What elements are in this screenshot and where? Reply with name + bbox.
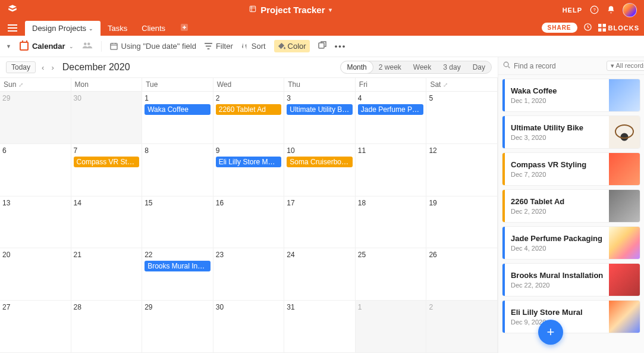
day-number: 19 bbox=[429, 199, 495, 207]
calendar-cell[interactable]: 17 bbox=[284, 196, 356, 249]
calendar-cell[interactable]: 8 bbox=[142, 144, 213, 196]
calendar-cell[interactable]: 28 bbox=[71, 301, 143, 353]
calendar-event[interactable]: Ultimate Utility Bike bbox=[287, 104, 353, 115]
calendar-cell[interactable]: 18 bbox=[356, 196, 427, 249]
notifications-icon[interactable] bbox=[606, 5, 615, 15]
date-field-button[interactable]: Using "Due date" field bbox=[110, 42, 196, 51]
base-title[interactable]: Project Tracker ▾ bbox=[18, 5, 563, 15]
calendar-cell[interactable]: 23 bbox=[213, 248, 285, 301]
svg-rect-9 bbox=[602, 24, 605, 27]
calendar-event[interactable]: Compass VR Styli… bbox=[74, 157, 140, 167]
collaborators-icon[interactable] bbox=[82, 41, 93, 51]
prev-month-icon[interactable]: ‹ bbox=[40, 63, 45, 72]
calendar-cell[interactable]: 24 bbox=[284, 248, 356, 301]
calendar-cell[interactable]: 1 bbox=[356, 301, 427, 353]
calendar-cell[interactable]: 4Jade Perfume Pac… bbox=[356, 92, 427, 144]
topbar-left bbox=[7, 4, 18, 16]
expand-icon[interactable]: ⤢ bbox=[443, 82, 448, 88]
range-option-2-week[interactable]: 2 week bbox=[373, 61, 407, 73]
calendar-cell[interactable]: 21 bbox=[71, 248, 143, 301]
today-button[interactable]: Today bbox=[6, 61, 36, 73]
history-icon[interactable] bbox=[583, 23, 592, 33]
views-expand-icon[interactable]: ▼ bbox=[6, 43, 11, 49]
record-card[interactable]: Brooks Mural InstallationDec 22, 2020 bbox=[502, 263, 640, 296]
day-number: 20 bbox=[2, 251, 68, 259]
color-label: Color bbox=[288, 42, 306, 51]
calendar-cell[interactable]: 31 bbox=[284, 301, 356, 353]
calendar-cell[interactable]: 29 bbox=[0, 92, 71, 144]
calendar-event[interactable]: 2260 Tablet Ad bbox=[216, 104, 282, 115]
record-card[interactable]: 2260 Tablet AdDec 2, 2020 bbox=[502, 189, 640, 223]
range-option-day[interactable]: Day bbox=[467, 61, 491, 73]
calendar-cell[interactable]: 3Ultimate Utility Bike bbox=[284, 92, 356, 144]
next-month-icon[interactable]: › bbox=[50, 63, 55, 72]
calendar-cell[interactable]: 30 bbox=[213, 301, 285, 353]
calendar-cell[interactable]: 11 bbox=[356, 144, 427, 196]
calendar-cell[interactable]: 22Brooks Mural Inst… bbox=[142, 248, 213, 301]
record-body: Brooks Mural InstallationDec 22, 2020 bbox=[505, 264, 609, 296]
calendar-cell[interactable]: 29 bbox=[142, 301, 213, 353]
svg-rect-14 bbox=[110, 43, 117, 49]
day-number: 30 bbox=[74, 94, 140, 102]
calendar-event[interactable]: Waka Coffee bbox=[144, 104, 211, 115]
calendar-cell[interactable]: 12 bbox=[426, 144, 498, 196]
day-number: 15 bbox=[144, 199, 211, 207]
calendar-cell[interactable]: 9Eli Lilly Store Mural bbox=[213, 144, 285, 196]
all-records-dropdown[interactable]: ▾ All records bbox=[607, 61, 644, 71]
calendar-cell[interactable]: 25 bbox=[356, 248, 427, 301]
record-card[interactable]: Compass VR StylingDec 7, 2020 bbox=[502, 152, 640, 186]
calendar-cell[interactable]: 7Compass VR Styli… bbox=[71, 144, 143, 196]
share-view-icon[interactable] bbox=[318, 41, 326, 51]
filter-button[interactable]: Filter bbox=[205, 42, 233, 51]
range-option-3-day[interactable]: 3 day bbox=[437, 61, 466, 73]
calendar-cell[interactable]: 20 bbox=[0, 248, 71, 301]
record-card[interactable]: Eli Lilly Store MuralDec 9, 2020 bbox=[502, 300, 640, 333]
tab-clients[interactable]: Clients bbox=[134, 21, 172, 36]
blocks-button[interactable]: BLOCKS bbox=[598, 24, 639, 32]
chevron-down-icon: ▾ bbox=[329, 7, 332, 13]
sort-button[interactable]: Sort bbox=[241, 42, 266, 51]
add-record-fab[interactable]: + bbox=[538, 320, 563, 345]
airtable-logo-icon[interactable] bbox=[7, 4, 18, 16]
add-table-button[interactable] bbox=[177, 23, 191, 33]
calendar-cell[interactable]: 5 bbox=[426, 92, 498, 144]
calendar-cell[interactable]: 10Soma Cruiserboard bbox=[284, 144, 356, 196]
calendar-cell[interactable]: 26 bbox=[426, 248, 498, 301]
calendar-event[interactable]: Soma Cruiserboard bbox=[287, 157, 353, 167]
calendar-cell[interactable]: 6 bbox=[0, 144, 71, 196]
calendar-event[interactable]: Brooks Mural Inst… bbox=[144, 261, 211, 271]
more-icon[interactable]: ••• bbox=[335, 42, 347, 51]
record-card[interactable]: Jade Perfume PackagingDec 4, 2020 bbox=[502, 226, 640, 260]
calendar-cell[interactable]: 19 bbox=[426, 196, 498, 249]
record-body: Jade Perfume PackagingDec 4, 2020 bbox=[505, 227, 609, 259]
calendar-event[interactable]: Eli Lilly Store Mural bbox=[216, 157, 282, 167]
calendar-cell[interactable]: 15 bbox=[142, 196, 213, 249]
calendar-cell[interactable]: 14 bbox=[71, 196, 143, 249]
color-button[interactable]: Color bbox=[274, 40, 310, 52]
hamburger-icon[interactable] bbox=[5, 21, 20, 35]
calendar-cell[interactable]: 27 bbox=[0, 301, 71, 353]
view-name-group[interactable]: Calendar ⌄ bbox=[20, 42, 74, 51]
help-link[interactable]: HELP bbox=[563, 7, 582, 14]
expand-icon[interactable]: ⤢ bbox=[18, 82, 23, 88]
calendar-cell[interactable]: 1Waka Coffee bbox=[142, 92, 213, 144]
svg-rect-0 bbox=[250, 6, 255, 11]
range-option-month[interactable]: Month bbox=[341, 61, 372, 73]
tab-design-projects[interactable]: Design Projects⌄ bbox=[25, 21, 100, 36]
share-button[interactable]: SHARE bbox=[542, 23, 577, 33]
help-icon[interactable]: ? bbox=[589, 5, 599, 15]
calendar-cell[interactable]: 16 bbox=[213, 196, 285, 249]
tab-tasks[interactable]: Tasks bbox=[100, 21, 134, 36]
record-card[interactable]: Ultimate Utility BikeDec 3, 2020 bbox=[502, 115, 640, 149]
user-avatar[interactable] bbox=[623, 3, 637, 17]
calendar-cell[interactable]: 22260 Tablet Ad bbox=[213, 92, 285, 144]
calendar-cell[interactable]: 13 bbox=[0, 196, 71, 249]
record-card[interactable]: Waka CoffeeDec 1, 2020 bbox=[502, 79, 640, 112]
calendar-cell[interactable]: 30 bbox=[71, 92, 143, 144]
range-option-week[interactable]: Week bbox=[407, 61, 437, 73]
day-number: 12 bbox=[429, 146, 495, 155]
calendar-event[interactable]: Jade Perfume Pac… bbox=[358, 104, 424, 115]
weekday-mon: Mon bbox=[71, 78, 143, 91]
calendar-cell[interactable]: 2 bbox=[426, 301, 498, 353]
search-input[interactable] bbox=[514, 62, 603, 70]
